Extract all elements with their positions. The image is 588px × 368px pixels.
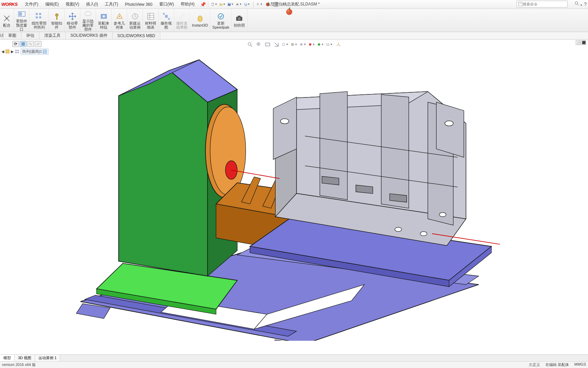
snapshot-button[interactable]: 拍快照: [232, 9, 247, 32]
edit-appearance-button[interactable]: ▼: [308, 41, 315, 48]
instant3d-button[interactable]: Instant3D: [190, 9, 210, 32]
svg-point-28: [218, 14, 224, 19]
smart-fastener-button[interactable]: 智能扣 件: [49, 9, 65, 32]
svg-rect-13: [19, 12, 22, 16]
select-button[interactable]: ▼: [257, 1, 263, 7]
linear-pattern-button[interactable]: 线性零部 件阵列: [30, 9, 49, 32]
apply-scene-button[interactable]: ▼: [317, 41, 324, 48]
menu-bar: WORKS 文件(F) 编辑(E) 视图(V) 插入(I) 工具(T) Phot…: [0, 0, 588, 9]
heads-up-toolbar: ▼ ▼ ▼ ▼ ▼ ▼: [246, 41, 342, 48]
search-icon: [518, 2, 523, 6]
svg-point-37: [309, 43, 311, 46]
ribbon-tab-evaluate[interactable]: 评估: [21, 32, 39, 39]
svg-rect-2: [229, 3, 230, 4]
svg-rect-14: [36, 13, 38, 15]
svg-marker-80: [273, 97, 296, 159]
svg-point-36: [301, 44, 302, 45]
tab-3d-views[interactable]: 3D 视图: [15, 355, 35, 361]
display-style-button[interactable]: ▼: [291, 41, 297, 48]
fm-tab-history[interactable]: ⟳: [12, 41, 19, 47]
tab-motion-study-1[interactable]: 运动算例 1: [35, 355, 60, 361]
tab-model[interactable]: 模型: [0, 355, 15, 361]
svg-point-22: [119, 16, 120, 17]
hide-show-button[interactable]: ▼: [299, 41, 306, 48]
viewport-expand-button[interactable]: ⬜: [576, 40, 581, 45]
svg-rect-31: [238, 16, 241, 17]
bottom-tab-bar: 模型 3D 视图 运动算例 1: [0, 354, 588, 361]
ribbon-tab-render[interactable]: 渲染工具: [39, 32, 66, 39]
assembly-feature-button[interactable]: 装配体 特征: [96, 9, 112, 32]
ribbon-tab-mbd[interactable]: SOLIDWORKS MBD: [113, 32, 160, 39]
svg-rect-39: [327, 44, 329, 45]
exploded-view-button[interactable]: 爆炸视 图: [159, 9, 174, 32]
update-speedpak-button[interactable]: 更新 Speedpak: [210, 9, 232, 32]
component-preview-button[interactable]: 零部件 预览窗 口: [14, 9, 30, 32]
move-component-button[interactable]: 移动零 部件: [65, 9, 80, 32]
svg-marker-82: [436, 102, 464, 157]
svg-point-38: [318, 43, 320, 46]
triad-button[interactable]: [335, 41, 342, 48]
search-input[interactable]: [523, 2, 566, 6]
search-commands-box[interactable]: [517, 1, 568, 7]
view-setting-button[interactable]: ▼: [326, 41, 333, 48]
ribbon-tab-cut[interactable]: 计: [0, 32, 3, 39]
open-doc-button[interactable]: ▼: [219, 1, 226, 7]
menu-file[interactable]: 文件(F): [21, 1, 42, 7]
svg-rect-48: [289, 8, 290, 9]
svg-point-11: [6, 17, 8, 19]
menu-photoview[interactable]: PhotoView 360: [121, 2, 156, 7]
fm-tab-assembly[interactable]: [20, 41, 27, 47]
svg-point-30: [238, 17, 241, 20]
print-button[interactable]: ▼: [236, 1, 242, 7]
menu-insert[interactable]: 插入(I): [83, 1, 101, 7]
apple-overlay-icon: [284, 6, 294, 16]
zoom-area-button[interactable]: [255, 41, 262, 48]
svg-point-89: [395, 227, 402, 231]
help-button[interactable]: ?: [584, 1, 587, 7]
fm-tab-config[interactable]: ⟍: [27, 41, 34, 47]
menu-window[interactable]: 窗口(W): [156, 1, 177, 7]
svg-point-47: [287, 10, 289, 12]
new-motion-study-button[interactable]: 新建运 动算例: [127, 9, 143, 32]
svg-rect-16: [36, 16, 38, 18]
bom-button[interactable]: 材料明 细表: [143, 9, 159, 32]
undo-button[interactable]: ▼: [244, 1, 250, 7]
fm-tab-display[interactable]: ⟋: [35, 41, 42, 47]
mate-button[interactable]: 配合: [0, 9, 14, 32]
ribbon-tab-sketch[interactable]: 草图: [3, 32, 21, 39]
save-button[interactable]: ▼: [228, 1, 234, 7]
ref-geometry-button[interactable]: 参考几 何体: [112, 9, 127, 32]
viewport-close-button[interactable]: ⬛: [581, 40, 586, 45]
fm-tab-row: ⟳ ⟍ ⟋: [0, 40, 61, 48]
svg-rect-17: [39, 16, 41, 18]
svg-rect-3: [236, 4, 239, 5]
new-doc-button[interactable]: ▼: [211, 1, 217, 7]
svg-marker-58: [119, 70, 208, 276]
ribbon-tab-addins[interactable]: SOLIDWORKS 插件: [66, 32, 113, 39]
pin-icon[interactable]: 📌: [200, 2, 206, 7]
svg-rect-15: [39, 13, 41, 15]
svg-rect-40: [21, 42, 25, 46]
svg-point-10: [575, 2, 578, 4]
status-units[interactable]: MMGS: [574, 362, 586, 367]
exploded-line-sketch-button: 爆炸直 线草图: [174, 9, 190, 32]
svg-rect-27: [168, 18, 170, 20]
search-dropdown[interactable]: ▼: [574, 1, 583, 7]
zoom-fit-button[interactable]: [246, 41, 253, 48]
section-view-button[interactable]: [273, 41, 280, 48]
view-orientation-button[interactable]: ▼: [282, 41, 289, 48]
svg-point-21: [103, 15, 105, 17]
show-hidden-button[interactable]: 显示隐 藏的零 部件: [80, 9, 96, 32]
svg-rect-34: [265, 43, 270, 46]
svg-rect-9: [519, 2, 522, 6]
menu-help[interactable]: 帮助(H): [177, 1, 198, 7]
menu-tools[interactable]: 工具(T): [101, 1, 121, 7]
separator: [208, 1, 208, 7]
graphics-viewport[interactable]: [0, 47, 588, 341]
menu-view[interactable]: 视图(V): [62, 1, 83, 7]
previous-view-button[interactable]: [264, 41, 271, 48]
menu-edit[interactable]: 编辑(E): [42, 1, 62, 7]
status-bar: remium 2016 x64 版 欠定义 在编辑 装配体 MMGS: [0, 361, 588, 368]
svg-point-32: [248, 43, 251, 46]
svg-point-46: [286, 9, 292, 15]
